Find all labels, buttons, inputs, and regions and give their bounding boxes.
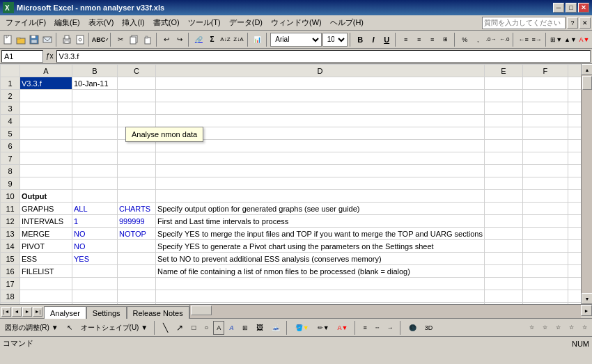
font-color-button[interactable]: A▼ bbox=[578, 32, 591, 47]
cell-8-5[interactable] bbox=[522, 165, 568, 177]
cell-14-3[interactable]: Specify YES to generate a Pivot chart us… bbox=[156, 240, 485, 253]
row-header-12[interactable]: 12 bbox=[1, 215, 20, 228]
col-header-B[interactable]: B bbox=[72, 65, 118, 77]
font-size-selector[interactable]: 10 bbox=[322, 33, 348, 47]
cell-17-4[interactable] bbox=[484, 278, 522, 290]
cell-6-3[interactable] bbox=[156, 140, 485, 152]
sort-asc-button[interactable]: A↓Z bbox=[219, 32, 231, 47]
cell-13-3[interactable]: Specify YES to merge the input files and… bbox=[156, 228, 485, 240]
redo-button[interactable]: ↪ bbox=[173, 32, 186, 47]
cell-6-0[interactable] bbox=[20, 140, 72, 152]
italic-button[interactable]: I bbox=[367, 32, 380, 47]
cell-17-6[interactable] bbox=[568, 278, 581, 290]
align-right-button[interactable]: ≡ bbox=[426, 32, 439, 47]
cell-13-2[interactable]: NOTOP bbox=[118, 228, 156, 240]
dash-style-button[interactable]: ╌ bbox=[372, 321, 382, 335]
tab-last-button[interactable]: ►| bbox=[33, 307, 42, 317]
cell-1-0[interactable]: V3.3.f bbox=[20, 77, 72, 90]
cell-2-0[interactable] bbox=[20, 90, 72, 102]
cell-17-3[interactable] bbox=[156, 278, 485, 290]
cell-10-3[interactable] bbox=[156, 190, 485, 203]
zoom-draw-4[interactable]: ☆ bbox=[566, 321, 577, 335]
wordart-tool[interactable]: A bbox=[226, 321, 237, 335]
cell-6-6[interactable] bbox=[568, 140, 581, 152]
cell-15-6[interactable] bbox=[568, 253, 581, 265]
cell-15-5[interactable] bbox=[522, 253, 568, 265]
percent-button[interactable]: % bbox=[458, 32, 471, 47]
cell-15-1[interactable]: YES bbox=[72, 253, 118, 265]
line-color-button[interactable]: ✏▼ bbox=[314, 321, 333, 335]
col-header-E[interactable]: E bbox=[484, 65, 522, 77]
cell-11-2[interactable]: CHARTS bbox=[118, 203, 156, 215]
formula-input[interactable]: V3.3.f bbox=[56, 50, 591, 63]
cell-19-4[interactable] bbox=[484, 303, 522, 305]
zoom-draw-5[interactable]: ☆ bbox=[579, 321, 591, 335]
close-search-button[interactable]: ✕ bbox=[579, 17, 591, 29]
cell-4-5[interactable] bbox=[522, 115, 568, 127]
diagram-tool[interactable]: ⊞ bbox=[239, 321, 251, 335]
undo-button[interactable]: ↩ bbox=[160, 32, 173, 47]
cell-3-1[interactable] bbox=[72, 102, 118, 115]
arrow-style-button[interactable]: → bbox=[384, 321, 397, 335]
cell-3-4[interactable] bbox=[484, 102, 522, 115]
cell-18-2[interactable] bbox=[118, 290, 156, 303]
zoom-draw-2[interactable]: ☆ bbox=[539, 321, 551, 335]
cell-4-6[interactable] bbox=[568, 115, 581, 127]
zoom-draw-1[interactable]: ☆ bbox=[526, 321, 538, 335]
cell-12-6[interactable] bbox=[568, 215, 581, 228]
cell-13-0[interactable]: MERGE bbox=[20, 228, 72, 240]
bold-button[interactable]: B bbox=[354, 32, 366, 47]
cell-19-1[interactable] bbox=[72, 303, 118, 305]
help-button[interactable]: ? bbox=[567, 17, 578, 29]
font-color-draw-button[interactable]: A▼ bbox=[334, 321, 352, 335]
cell-11-1[interactable]: ALL bbox=[72, 203, 118, 215]
cell-6-5[interactable] bbox=[522, 140, 568, 152]
horizontal-scroll-thumb[interactable] bbox=[191, 306, 212, 315]
cell-9-4[interactable] bbox=[484, 177, 522, 190]
cell-11-4[interactable] bbox=[484, 203, 522, 215]
cell-12-4[interactable] bbox=[484, 215, 522, 228]
search-input[interactable] bbox=[482, 17, 566, 29]
save-button[interactable] bbox=[28, 32, 40, 47]
cell-18-1[interactable] bbox=[72, 290, 118, 303]
spell-check-button[interactable]: ABC✓ bbox=[93, 32, 108, 47]
sheet-tab-settings[interactable]: Settings bbox=[86, 306, 127, 319]
zoom-draw-3[interactable]: ☆ bbox=[552, 321, 564, 335]
cell-5-3[interactable] bbox=[156, 127, 485, 140]
menu-edit[interactable]: 編集(E) bbox=[50, 16, 84, 29]
function-icon[interactable]: ƒx bbox=[45, 52, 55, 60]
underline-button[interactable]: U bbox=[380, 32, 393, 47]
draw-adjust-button[interactable]: 図形の調整(R) ▼ bbox=[1, 321, 62, 335]
cell-19-5[interactable] bbox=[522, 303, 568, 305]
cell-10-2[interactable] bbox=[118, 190, 156, 203]
align-left-button[interactable]: ≡ bbox=[400, 32, 412, 47]
textbox-tool[interactable]: A bbox=[213, 321, 224, 335]
cell-5-1[interactable] bbox=[72, 127, 118, 140]
increase-decimal-button[interactable]: .0→ bbox=[485, 32, 497, 47]
cell-15-2[interactable] bbox=[118, 253, 156, 265]
cell-19-0[interactable] bbox=[20, 303, 72, 305]
cell-11-6[interactable] bbox=[568, 203, 581, 215]
cell-10-0[interactable]: Output bbox=[20, 190, 72, 203]
cell-10-5[interactable] bbox=[522, 190, 568, 203]
cell-7-3[interactable] bbox=[156, 152, 485, 165]
cell-1-6[interactable] bbox=[568, 77, 581, 90]
cell-4-0[interactable] bbox=[20, 115, 72, 127]
cell-8-3[interactable] bbox=[156, 165, 485, 177]
cell-1-4[interactable] bbox=[484, 77, 522, 90]
cell-2-2[interactable] bbox=[118, 90, 156, 102]
scroll-thumb[interactable] bbox=[582, 76, 592, 90]
row-header-1[interactable]: 1 bbox=[1, 77, 20, 90]
cell-15-3[interactable]: Set to NO to prevent additional ESS anal… bbox=[156, 253, 485, 265]
cell-2-1[interactable] bbox=[72, 90, 118, 102]
cell-8-2[interactable] bbox=[118, 165, 156, 177]
email-button[interactable] bbox=[41, 32, 54, 47]
align-center-button[interactable]: ≡ bbox=[413, 32, 426, 47]
increase-indent-button[interactable]: ≡→ bbox=[531, 32, 543, 47]
oval-tool[interactable]: ○ bbox=[201, 321, 212, 335]
border-button[interactable]: ⊞▼ bbox=[550, 32, 563, 47]
row-header-19[interactable]: 19 bbox=[1, 303, 20, 305]
cell-11-5[interactable] bbox=[522, 203, 568, 215]
merge-button[interactable]: ⊞ bbox=[439, 32, 452, 47]
3d-button[interactable]: 3D bbox=[421, 321, 437, 335]
